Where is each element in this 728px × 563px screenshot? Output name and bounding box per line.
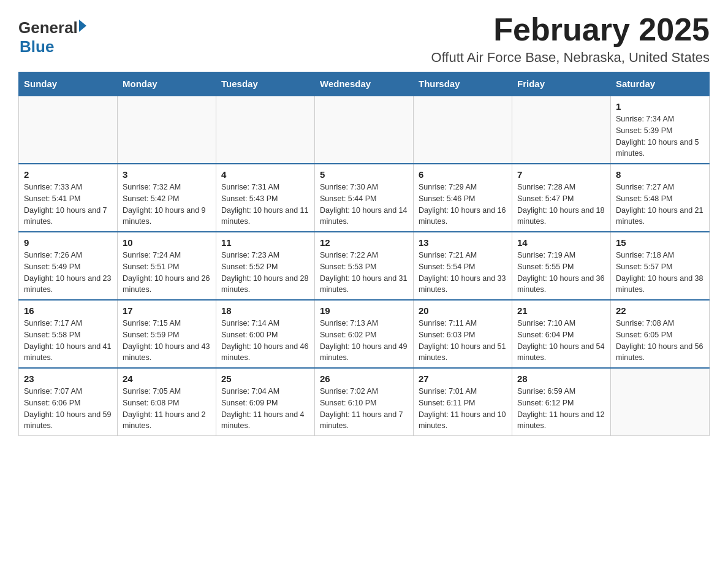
calendar-week-row: 23Sunrise: 7:07 AM Sunset: 6:06 PM Dayli…	[19, 368, 710, 436]
day-info: Sunrise: 7:33 AM Sunset: 5:41 PM Dayligh…	[24, 182, 112, 228]
calendar-header-row: SundayMondayTuesdayWednesdayThursdayFrid…	[19, 72, 710, 96]
calendar-cell: 22Sunrise: 7:08 AM Sunset: 6:05 PM Dayli…	[611, 300, 710, 368]
day-info: Sunrise: 7:04 AM Sunset: 6:09 PM Dayligh…	[221, 386, 309, 432]
calendar-cell: 20Sunrise: 7:11 AM Sunset: 6:03 PM Dayli…	[414, 300, 512, 368]
day-number: 11	[221, 237, 309, 248]
day-info: Sunrise: 7:27 AM Sunset: 5:48 PM Dayligh…	[616, 182, 704, 228]
day-info: Sunrise: 7:10 AM Sunset: 6:04 PM Dayligh…	[517, 318, 605, 364]
day-info: Sunrise: 7:13 AM Sunset: 6:02 PM Dayligh…	[320, 318, 408, 364]
calendar-cell	[512, 96, 611, 164]
day-number: 6	[419, 169, 507, 180]
day-number: 28	[517, 373, 605, 384]
day-number: 26	[320, 373, 408, 384]
calendar-week-row: 2Sunrise: 7:33 AM Sunset: 5:41 PM Daylig…	[19, 164, 710, 232]
calendar-cell: 1Sunrise: 7:34 AM Sunset: 5:39 PM Daylig…	[611, 96, 710, 164]
day-number: 9	[24, 237, 112, 248]
calendar-cell: 17Sunrise: 7:15 AM Sunset: 5:59 PM Dayli…	[118, 300, 216, 368]
day-number: 4	[221, 169, 309, 180]
day-number: 14	[517, 237, 605, 248]
day-info: Sunrise: 7:07 AM Sunset: 6:06 PM Dayligh…	[24, 386, 112, 432]
day-info: Sunrise: 7:14 AM Sunset: 6:00 PM Dayligh…	[221, 318, 309, 364]
day-info: Sunrise: 7:05 AM Sunset: 6:08 PM Dayligh…	[123, 386, 211, 432]
day-info: Sunrise: 7:31 AM Sunset: 5:43 PM Dayligh…	[221, 182, 309, 228]
day-number: 18	[221, 305, 309, 316]
calendar-cell	[216, 96, 315, 164]
day-number: 21	[517, 305, 605, 316]
day-number: 20	[419, 305, 507, 316]
day-number: 8	[616, 169, 704, 180]
day-number: 24	[123, 373, 211, 384]
calendar-cell: 12Sunrise: 7:22 AM Sunset: 5:53 PM Dayli…	[315, 232, 414, 300]
calendar-week-row: 9Sunrise: 7:26 AM Sunset: 5:49 PM Daylig…	[19, 232, 710, 300]
calendar-cell: 14Sunrise: 7:19 AM Sunset: 5:55 PM Dayli…	[512, 232, 611, 300]
day-info: Sunrise: 7:30 AM Sunset: 5:44 PM Dayligh…	[320, 182, 408, 228]
day-number: 13	[419, 237, 507, 248]
day-number: 1	[616, 101, 704, 112]
day-number: 25	[221, 373, 309, 384]
day-header-wednesday: Wednesday	[315, 72, 414, 96]
day-number: 15	[616, 237, 704, 248]
calendar-cell: 9Sunrise: 7:26 AM Sunset: 5:49 PM Daylig…	[19, 232, 118, 300]
calendar-cell: 23Sunrise: 7:07 AM Sunset: 6:06 PM Dayli…	[19, 368, 118, 436]
day-info: Sunrise: 7:26 AM Sunset: 5:49 PM Dayligh…	[24, 250, 112, 296]
day-number: 17	[123, 305, 211, 316]
day-info: Sunrise: 7:19 AM Sunset: 5:55 PM Dayligh…	[517, 250, 605, 296]
page-header: General Blue February 2025 Offutt Air Fo…	[18, 12, 710, 66]
calendar-cell: 5Sunrise: 7:30 AM Sunset: 5:44 PM Daylig…	[315, 164, 414, 232]
day-info: Sunrise: 6:59 AM Sunset: 6:12 PM Dayligh…	[517, 386, 605, 432]
day-info: Sunrise: 7:34 AM Sunset: 5:39 PM Dayligh…	[616, 113, 704, 159]
calendar-cell	[611, 368, 710, 436]
calendar-cell: 8Sunrise: 7:27 AM Sunset: 5:48 PM Daylig…	[611, 164, 710, 232]
day-header-friday: Friday	[512, 72, 611, 96]
day-number: 16	[24, 305, 112, 316]
logo-general-text: General	[18, 18, 78, 37]
day-number: 19	[320, 305, 408, 316]
calendar-cell: 10Sunrise: 7:24 AM Sunset: 5:51 PM Dayli…	[118, 232, 216, 300]
calendar-cell: 2Sunrise: 7:33 AM Sunset: 5:41 PM Daylig…	[19, 164, 118, 232]
logo: General Blue	[18, 18, 86, 56]
logo-blue-text: Blue	[20, 37, 86, 56]
calendar-week-row: 16Sunrise: 7:17 AM Sunset: 5:58 PM Dayli…	[19, 300, 710, 368]
calendar-cell: 28Sunrise: 6:59 AM Sunset: 6:12 PM Dayli…	[512, 368, 611, 436]
day-number: 27	[419, 373, 507, 384]
day-info: Sunrise: 7:17 AM Sunset: 5:58 PM Dayligh…	[24, 318, 112, 364]
day-number: 22	[616, 305, 704, 316]
calendar-cell: 6Sunrise: 7:29 AM Sunset: 5:46 PM Daylig…	[414, 164, 512, 232]
title-area: February 2025 Offutt Air Force Base, Neb…	[431, 12, 710, 66]
calendar-cell: 19Sunrise: 7:13 AM Sunset: 6:02 PM Dayli…	[315, 300, 414, 368]
calendar-cell	[414, 96, 512, 164]
calendar-cell: 24Sunrise: 7:05 AM Sunset: 6:08 PM Dayli…	[118, 368, 216, 436]
calendar-cell	[19, 96, 118, 164]
day-info: Sunrise: 7:11 AM Sunset: 6:03 PM Dayligh…	[419, 318, 507, 364]
day-info: Sunrise: 7:32 AM Sunset: 5:42 PM Dayligh…	[123, 182, 211, 228]
day-header-monday: Monday	[118, 72, 216, 96]
logo-arrow-icon	[79, 20, 86, 32]
location-subtitle: Offutt Air Force Base, Nebraska, United …	[431, 50, 710, 66]
calendar-cell: 15Sunrise: 7:18 AM Sunset: 5:57 PM Dayli…	[611, 232, 710, 300]
day-number: 2	[24, 169, 112, 180]
day-info: Sunrise: 7:18 AM Sunset: 5:57 PM Dayligh…	[616, 250, 704, 296]
day-info: Sunrise: 7:29 AM Sunset: 5:46 PM Dayligh…	[419, 182, 507, 228]
calendar-cell: 16Sunrise: 7:17 AM Sunset: 5:58 PM Dayli…	[19, 300, 118, 368]
day-info: Sunrise: 7:22 AM Sunset: 5:53 PM Dayligh…	[320, 250, 408, 296]
month-title: February 2025	[431, 12, 710, 47]
calendar-table: SundayMondayTuesdayWednesdayThursdayFrid…	[18, 72, 710, 436]
day-header-tuesday: Tuesday	[216, 72, 315, 96]
day-info: Sunrise: 7:28 AM Sunset: 5:47 PM Dayligh…	[517, 182, 605, 228]
calendar-cell: 25Sunrise: 7:04 AM Sunset: 6:09 PM Dayli…	[216, 368, 315, 436]
calendar-cell: 27Sunrise: 7:01 AM Sunset: 6:11 PM Dayli…	[414, 368, 512, 436]
day-number: 12	[320, 237, 408, 248]
calendar-cell: 7Sunrise: 7:28 AM Sunset: 5:47 PM Daylig…	[512, 164, 611, 232]
day-info: Sunrise: 7:21 AM Sunset: 5:54 PM Dayligh…	[419, 250, 507, 296]
day-info: Sunrise: 7:23 AM Sunset: 5:52 PM Dayligh…	[221, 250, 309, 296]
day-info: Sunrise: 7:01 AM Sunset: 6:11 PM Dayligh…	[419, 386, 507, 432]
day-number: 3	[123, 169, 211, 180]
calendar-cell: 4Sunrise: 7:31 AM Sunset: 5:43 PM Daylig…	[216, 164, 315, 232]
day-info: Sunrise: 7:02 AM Sunset: 6:10 PM Dayligh…	[320, 386, 408, 432]
day-number: 5	[320, 169, 408, 180]
calendar-cell	[118, 96, 216, 164]
day-info: Sunrise: 7:24 AM Sunset: 5:51 PM Dayligh…	[123, 250, 211, 296]
day-number: 23	[24, 373, 112, 384]
calendar-cell: 26Sunrise: 7:02 AM Sunset: 6:10 PM Dayli…	[315, 368, 414, 436]
calendar-cell: 18Sunrise: 7:14 AM Sunset: 6:00 PM Dayli…	[216, 300, 315, 368]
